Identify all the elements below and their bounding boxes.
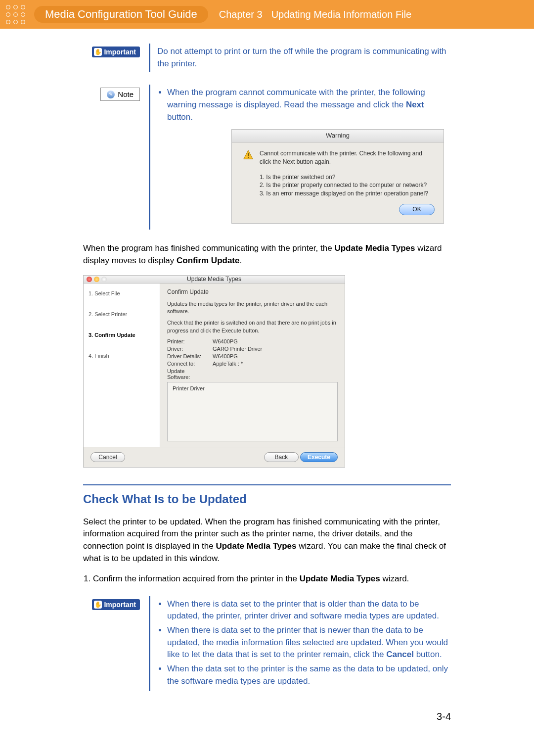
guide-title: Media Configuration Tool Guide	[34, 6, 208, 23]
list-item: Printer Driver	[173, 385, 332, 391]
note-label: Note	[118, 90, 134, 98]
back-button[interactable]: Back	[264, 452, 299, 462]
chapter-title: Updating Media Information File	[271, 9, 411, 20]
wizard-step: 4. Finish	[89, 353, 155, 359]
wizard-heading: Confirm Update	[167, 288, 338, 295]
update-software-listbox[interactable]: Printer Driver	[167, 382, 338, 441]
note-bullet: When the program cannot communicate with…	[167, 87, 451, 224]
section-para: Select the printer to be updated. When t…	[83, 516, 451, 565]
warning-icon	[243, 149, 254, 160]
hand-icon: ✋	[94, 601, 102, 609]
svg-rect-0	[248, 153, 249, 156]
header-dots-icon	[6, 5, 25, 24]
warning-dialog: Warning Cannot communicate with the prin…	[231, 129, 444, 224]
wizard-steps: 1. Select File 2. Select Printer 3. Conf…	[84, 284, 160, 447]
important-text: Do not attempt to print or turn the off …	[149, 44, 451, 72]
page-number: 3-4	[83, 711, 451, 722]
hand-icon: ✋	[94, 48, 102, 56]
chapter-breadcrumb: Chapter 3 Updating Media Information Fil…	[219, 9, 411, 20]
svg-rect-1	[248, 157, 249, 158]
important-label: Important	[104, 48, 136, 56]
page-header: Media Configuration Tool Guide Chapter 3…	[0, 0, 534, 29]
note-body: When the program cannot communicate with…	[149, 85, 451, 230]
execute-button[interactable]: Execute	[300, 452, 338, 462]
wizard-step: 1. Select File	[89, 290, 155, 296]
important-badge: ✋ Important	[92, 599, 140, 610]
important-body-2: When there is data set to the printer th…	[149, 596, 451, 691]
important-bullet: When there is data set to the printer th…	[167, 598, 451, 622]
section-heading: Check What Is to be Updated	[83, 492, 451, 506]
pencil-icon: ✎	[107, 91, 115, 98]
dialog-title: Warning	[232, 130, 444, 142]
important-bullet: When the data set to the printer is the …	[167, 663, 451, 687]
wizard-step: 2. Select Printer	[89, 311, 155, 317]
step-1: Confirm the information acquired from th…	[93, 572, 451, 585]
wizard-step-active: 3. Confirm Update	[89, 332, 155, 338]
note-badge: ✎ Note	[100, 88, 140, 101]
important-bullet: When there is data set to the printer th…	[167, 624, 451, 661]
chapter-label: Chapter 3	[219, 9, 263, 20]
important-badge: ✋ Important	[92, 47, 140, 57]
wizard-desc: Updates the media types for the printer,…	[167, 300, 338, 316]
important-label: Important	[104, 601, 136, 609]
step-list: Confirm the information acquired from th…	[93, 572, 451, 585]
confirm-update-para: When the program has finished communicat…	[83, 242, 451, 267]
dialog-message: Cannot communicate with the printer. Che…	[260, 149, 433, 198]
update-media-types-wizard: Update Media Types 1. Select File 2. Sel…	[83, 275, 345, 468]
ok-button[interactable]: OK	[399, 204, 435, 215]
wizard-title: Update Media Types	[84, 276, 345, 283]
section-divider	[83, 484, 451, 485]
wizard-desc: Check that the printer is switched on an…	[167, 319, 338, 334]
cancel-button[interactable]: Cancel	[90, 452, 125, 462]
